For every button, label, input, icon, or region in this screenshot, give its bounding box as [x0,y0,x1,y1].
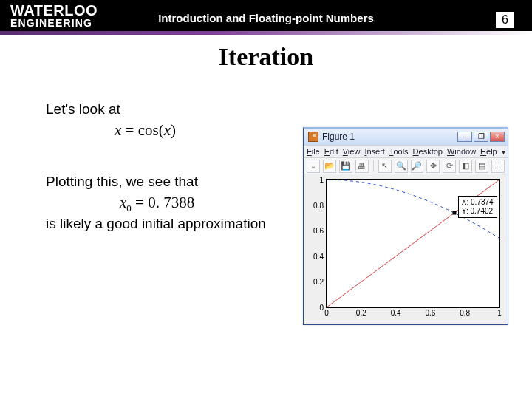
header-label: Introduction and Floating-point Numbers [0,12,532,24]
figure-titlebar[interactable]: Figure 1 – ❐ × [304,129,508,145]
maximize-button[interactable]: ❐ [474,132,488,142]
menu-help[interactable]: Help [480,147,497,156]
menu-window[interactable]: Window [447,147,476,156]
menu-overflow-icon[interactable]: ▾ [502,148,505,156]
figure-menubar: File Edit View Insert Tools Desktop Wind… [304,145,508,158]
menu-view[interactable]: View [343,147,361,156]
minimize-button[interactable]: – [457,132,472,142]
matlab-figure-icon [308,132,318,142]
eq1-x2: x [164,121,171,139]
datatip-ylabel: Y: [462,207,468,215]
new-icon[interactable]: ▫ [307,160,320,173]
figure-title: Figure 1 [322,132,456,142]
open-icon[interactable]: 📂 [323,160,336,173]
plot-axes[interactable]: 1 0.8 0.6 0.4 0.2 0 0 0.2 0.4 0.6 0.8 1 … [326,179,500,308]
datatip-xvalue: 0.7374 [471,198,494,206]
zoomout-icon[interactable]: 🔎 [411,160,424,173]
pointer-icon[interactable]: ↖ [378,160,392,173]
equation-x0: x0 = 0. 7388 [120,192,194,215]
xtick-08: 0.8 [460,307,470,317]
toolbar-separator [373,160,374,172]
datatip[interactable]: X: 0.7374 Y: 0.7402 [458,196,497,218]
menu-desktop[interactable]: Desktop [413,147,443,156]
body-line-3: is likely a good initial approximation [46,214,266,233]
xtick-02: 0.2 [356,307,366,317]
datatip-icon[interactable]: ◧ [459,160,472,173]
zoomin-icon[interactable]: 🔍 [395,160,408,173]
xtick-1: 1 [497,307,502,317]
ytick-08: 0.8 [313,201,327,209]
xtick-0: 0 [324,307,329,317]
header-stripe [0,31,532,35]
colorbar-icon[interactable]: ▤ [475,160,488,173]
slide: WATERLOO ENGINEERING Introduction and Fl… [0,0,532,399]
xtick-06: 0.6 [425,307,435,317]
save-icon[interactable]: 💾 [339,160,352,173]
datatip-xlabel: X: [462,198,468,206]
slide-title: Iteration [0,43,532,71]
page-number: 6 [496,12,514,28]
eq2-eq: = 0. 7388 [132,194,194,211]
eq1-x: x [115,121,121,139]
datatip-yvalue: 0.7402 [471,207,494,215]
ytick-02: 0.2 [313,278,327,286]
figure-toolbar: ▫ 📂 💾 🖶 ↖ 🔍 🔎 ✥ ⟳ ◧ ▤ ☰ [304,158,508,174]
menu-tools[interactable]: Tools [389,147,409,156]
body-line-2: Plotting this, we see that [46,172,198,191]
menu-insert[interactable]: Insert [364,147,385,156]
plot-canvas-bg: 1 0.8 0.6 0.4 0.2 0 0 0.2 0.4 0.6 0.8 1 … [304,174,508,324]
print-icon[interactable]: 🖶 [355,160,369,173]
eq1-close: ) [171,121,176,139]
ytick-06: 0.6 [313,227,327,235]
body-line-1: Let's look at [46,100,120,119]
rotate-icon[interactable]: ⟳ [443,160,456,173]
ytick-1: 1 [319,176,327,184]
eq1-eq: = cos( [121,121,163,139]
menu-edit[interactable]: Edit [324,147,338,156]
eq2-x: x [120,194,126,211]
figure-window: Figure 1 – ❐ × File Edit View Insert Too… [303,127,508,325]
xtick-04: 0.4 [391,307,401,317]
close-button[interactable]: × [490,132,505,142]
equation-xcosx: x = cos(x) [115,120,176,140]
legend-icon[interactable]: ☰ [491,160,505,173]
intersection-point[interactable] [452,211,456,214]
pan-icon[interactable]: ✥ [426,160,440,173]
menu-file[interactable]: File [307,147,320,156]
ytick-04: 0.4 [313,252,327,260]
